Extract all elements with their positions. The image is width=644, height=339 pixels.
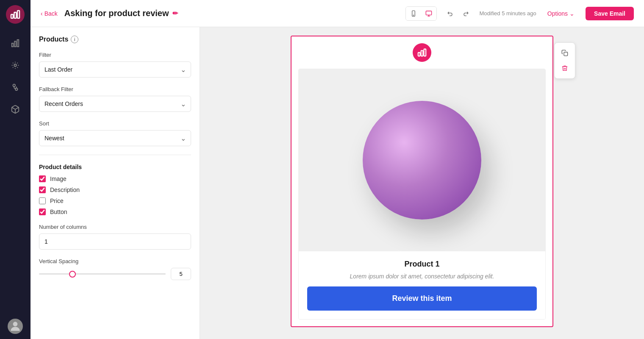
fallback-filter-group: Fallback Filter Recent Orders Last Order… (39, 86, 191, 112)
price-checkbox-item[interactable]: Price (39, 197, 191, 204)
svg-rect-1 (14, 12, 17, 18)
svg-point-6 (14, 64, 17, 67)
product-details-group: Product details Image Description Price (39, 164, 191, 215)
modified-timestamp: Modified 5 minutes ago (479, 10, 536, 17)
button-checkbox[interactable] (39, 208, 46, 215)
main-area: ‹ Back Asking for product review ✏ (31, 0, 644, 339)
button-checkbox-label: Button (50, 208, 67, 215)
price-checkbox-label: Price (50, 197, 64, 204)
back-arrow-icon: ‹ (41, 10, 43, 17)
fallback-filter-label: Fallback Filter (39, 86, 191, 92)
sort-select-wrapper: Newest Oldest Price: Low to High Price: … (39, 130, 191, 146)
columns-label: Number of columns (39, 224, 191, 230)
review-button[interactable]: Review this item (307, 286, 537, 311)
button-checkbox-item[interactable]: Button (39, 208, 191, 215)
product-details-title: Product details (39, 164, 191, 170)
header: ‹ Back Asking for product review ✏ (31, 0, 644, 27)
image-checkbox-label: Image (50, 175, 67, 182)
content-area: Products i Filter Last Order Recent Orde… (31, 27, 644, 339)
filter-select-wrapper: Last Order Recent Orders All Orders ⌄ (39, 61, 191, 78)
spacing-label: Vertical Spacing (39, 258, 191, 264)
preview-area: Product 1 Lorem ipsum dolor sit amet, co… (200, 27, 644, 339)
filter-group: Filter Last Order Recent Orders All Orde… (39, 52, 191, 78)
options-chevron-icon: ⌄ (569, 10, 575, 17)
delete-block-button[interactable] (558, 61, 572, 75)
spacing-group: Vertical Spacing (39, 258, 191, 280)
back-label: Back (44, 10, 58, 17)
svg-point-12 (414, 15, 414, 15)
sidebar-item-products[interactable] (6, 100, 25, 119)
product-ball-graphic (363, 101, 481, 220)
brand-logo[interactable] (6, 5, 25, 24)
floating-actions-panel (554, 42, 575, 79)
svg-rect-2 (17, 11, 19, 18)
svg-point-10 (13, 322, 18, 326)
fallback-filter-select[interactable]: Recent Orders Last Order All Orders (39, 96, 191, 112)
info-icon[interactable]: i (71, 36, 78, 43)
filter-label: Filter (39, 52, 191, 58)
description-checkbox-label: Description (50, 186, 80, 193)
svg-rect-0 (11, 14, 13, 18)
product-image (299, 69, 545, 251)
sidebar-item-analytics[interactable] (6, 34, 25, 53)
sort-label: Sort (39, 120, 191, 127)
spacing-slider-row (39, 268, 191, 280)
svg-rect-17 (564, 52, 568, 56)
back-button[interactable]: ‹ Back (41, 10, 58, 17)
product-name: Product 1 (307, 260, 537, 269)
svg-point-7 (13, 84, 16, 87)
spacing-value-input[interactable] (171, 268, 191, 280)
spacing-slider[interactable] (39, 273, 166, 275)
edit-title-icon[interactable]: ✏ (172, 9, 178, 17)
svg-rect-3 (12, 43, 14, 47)
columns-input[interactable] (39, 233, 191, 250)
email-header-strip (291, 36, 552, 69)
image-checkbox[interactable] (39, 175, 46, 182)
mobile-view-button[interactable] (406, 7, 421, 20)
description-checkbox[interactable] (39, 186, 46, 193)
svg-rect-14 (418, 53, 420, 56)
left-navigation (0, 0, 31, 339)
section-title-text: Products (39, 36, 68, 43)
redo-button[interactable] (459, 7, 472, 20)
svg-rect-13 (426, 11, 432, 15)
email-canvas-wrapper: Product 1 Lorem ipsum dolor sit amet, co… (291, 36, 553, 331)
undo-redo-group (444, 7, 472, 20)
options-button[interactable]: Options ⌄ (543, 8, 579, 19)
price-checkbox[interactable] (39, 197, 46, 204)
sort-group: Sort Newest Oldest Price: Low to High Pr… (39, 120, 191, 146)
page-title-group: Asking for product review ✏ (64, 8, 178, 18)
svg-rect-5 (17, 40, 19, 47)
panel-section-title: Products i (39, 36, 191, 43)
sort-select[interactable]: Newest Oldest Price: Low to High Price: … (39, 130, 191, 146)
divider (39, 155, 191, 155)
image-checkbox-item[interactable]: Image (39, 175, 191, 182)
user-avatar[interactable] (8, 319, 23, 334)
filter-select[interactable]: Last Order Recent Orders All Orders (39, 61, 191, 78)
email-brand-icon (413, 43, 431, 62)
description-checkbox-item[interactable]: Description (39, 186, 191, 193)
settings-panel: Products i Filter Last Order Recent Orde… (31, 27, 200, 339)
desktop-view-button[interactable] (421, 7, 436, 20)
product-info: Product 1 Lorem ipsum dolor sit amet, co… (299, 251, 545, 319)
email-canvas: Product 1 Lorem ipsum dolor sit amet, co… (291, 36, 553, 327)
sidebar-item-campaigns[interactable] (6, 56, 25, 75)
sidebar-item-segments[interactable] (6, 78, 25, 97)
options-label: Options (547, 10, 568, 17)
svg-rect-4 (14, 41, 16, 47)
undo-button[interactable] (444, 7, 457, 20)
product-card: Product 1 Lorem ipsum dolor sit amet, co… (298, 69, 546, 320)
svg-rect-16 (424, 49, 426, 56)
duplicate-block-button[interactable] (558, 46, 572, 60)
fallback-filter-select-wrapper: Recent Orders Last Order All Orders ⌄ (39, 96, 191, 112)
save-email-button[interactable]: Save Email (586, 7, 634, 20)
svg-rect-15 (421, 50, 423, 56)
columns-group: Number of columns (39, 224, 191, 250)
page-title: Asking for product review (64, 8, 169, 18)
product-description: Lorem ipsum dolor sit amet, consectetur … (307, 273, 537, 280)
device-toggle (405, 6, 437, 21)
checkbox-group: Image Description Price Button (39, 175, 191, 215)
